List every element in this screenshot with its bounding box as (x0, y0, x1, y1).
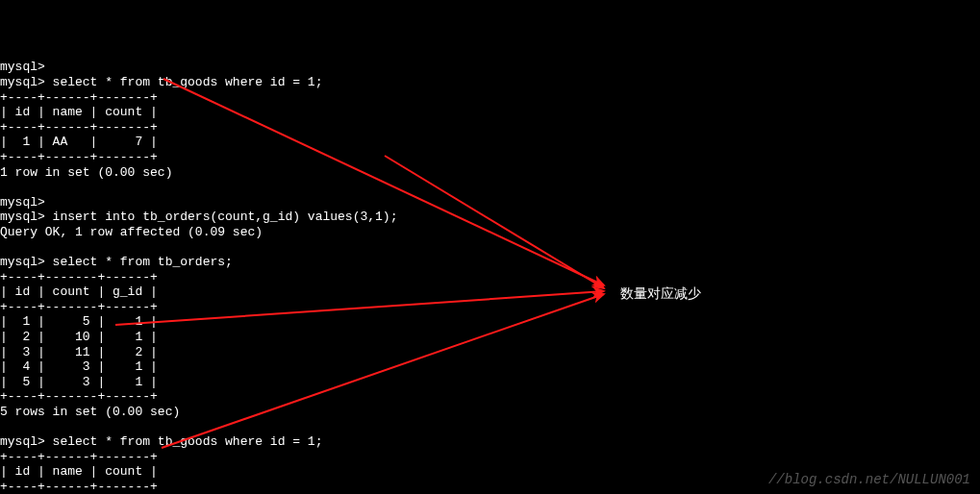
terminal-line: | 4 | 3 | 1 | (0, 359, 158, 374)
terminal-line: | 5 | 3 | 1 | (0, 375, 158, 389)
terminal-line: Query OK, 1 row affected (0.09 sec) (0, 225, 263, 239)
terminal-line: | id | name | count | (0, 105, 158, 119)
terminal-line: +----+------+-------+ (0, 450, 158, 464)
terminal-line: +----+------+-------+ (0, 120, 158, 135)
terminal-line: mysql> select * from tb_goods where id =… (0, 75, 322, 89)
terminal-line: | 1 | 5 | 1 | (0, 314, 158, 329)
terminal-line: +----+------+-------+ (0, 480, 158, 494)
terminal-line: | 1 | AA | 7 | (0, 135, 158, 149)
terminal-line: | 3 | 11 | 2 | (0, 345, 158, 359)
terminal-line: +----+-------+------+ (0, 300, 158, 314)
terminal-line: | id | name | count | (0, 464, 158, 479)
terminal-line: +----+------+-------+ (0, 150, 158, 164)
terminal-line: mysql> (0, 60, 45, 74)
terminal-line: mysql> select * from tb_goods where id =… (0, 434, 322, 449)
terminal-line: +----+-------+------+ (0, 389, 158, 404)
terminal-line: | 2 | 10 | 1 | (0, 330, 158, 344)
terminal-line: mysql> (0, 195, 45, 210)
watermark-text: //blog.csdn.net/NULLUN001 (768, 472, 970, 488)
terminal-line: +----+------+-------+ (0, 90, 158, 105)
terminal-line: mysql> insert into tb_orders(count,g_id)… (0, 210, 397, 224)
annotation-label: 数量对应减少 (620, 285, 701, 302)
terminal-line: | id | count | g_id | (0, 284, 158, 299)
terminal-line: +----+-------+------+ (0, 270, 158, 284)
terminal-output: mysql> mysql> select * from tb_goods whe… (0, 60, 980, 494)
terminal-line: 5 rows in set (0.00 sec) (0, 405, 180, 419)
terminal-line: 1 row in set (0.00 sec) (0, 165, 172, 180)
terminal-line: mysql> select * from tb_orders; (0, 255, 233, 269)
